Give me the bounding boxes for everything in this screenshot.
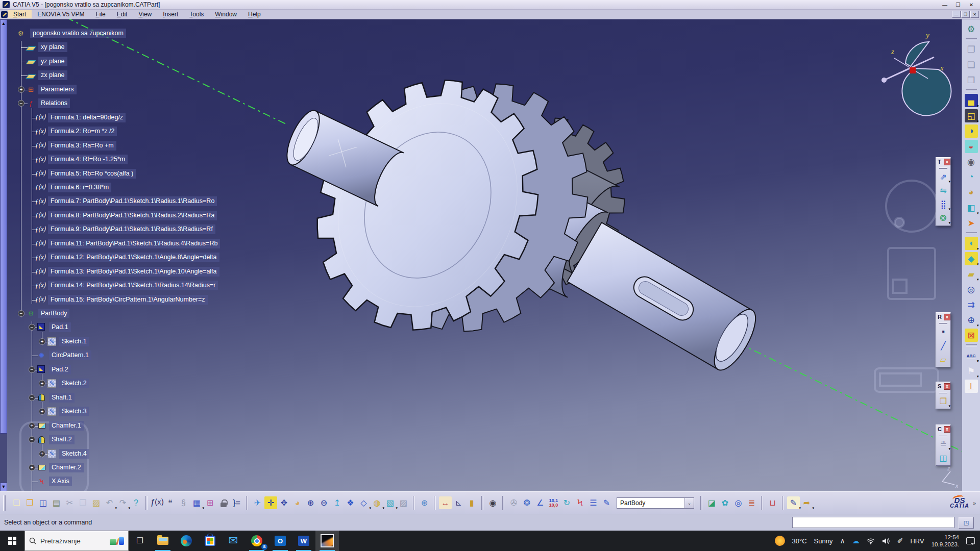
taskbar-app-outlook-app[interactable]: O	[268, 531, 292, 551]
tree-scroll-strip[interactable]: ▲ ▼	[0, 19, 7, 491]
pan-icon[interactable]: ✥	[278, 496, 290, 509]
wifi-icon[interactable]	[867, 538, 875, 544]
tree-scroll-thumb[interactable]: ▲	[0, 19, 7, 434]
sketcher-icon[interactable]: ✎▾	[787, 496, 800, 509]
constraint-dialog-icon[interactable]: ≞▾	[937, 438, 949, 450]
taskbar-app-word-app[interactable]: W	[292, 531, 315, 551]
collapse-node-icon[interactable]: −	[29, 394, 35, 401]
menu-item-window[interactable]: Window	[209, 10, 242, 18]
tree-item-label[interactable]: Shaft.1	[49, 393, 75, 403]
tree-item-label[interactable]: Shaft.2	[49, 435, 75, 444]
tree-item-label[interactable]: Pad.1	[49, 322, 71, 332]
document-link-icon[interactable]: ❒	[965, 73, 978, 87]
tree-item-label[interactable]: Formula.6: r=0.38*m	[48, 183, 111, 192]
start-button[interactable]	[0, 531, 24, 551]
collapse-node-icon[interactable]: −	[29, 366, 35, 373]
expand-node-icon[interactable]: +	[29, 422, 35, 429]
menu-item-enovia-v5-vpm[interactable]: ENOVIA V5 VPM	[32, 10, 90, 18]
shaft-icon[interactable]: ◑	[965, 124, 978, 138]
capture-icon[interactable]: ◉	[486, 496, 499, 509]
weather-condition[interactable]: Sunny	[814, 537, 833, 545]
knowledge-icon[interactable]: §	[177, 496, 190, 509]
axis-system-icon[interactable]: ∠	[534, 496, 547, 509]
lock-icon[interactable]	[217, 496, 230, 509]
expand-node-icon[interactable]: +	[18, 86, 24, 93]
close-icon[interactable]: x	[944, 159, 950, 165]
mirror-icon[interactable]: ⇋	[937, 184, 949, 196]
tree-item-label[interactable]: xy plane	[38, 42, 67, 52]
remove-face-icon[interactable]: ⊠	[965, 329, 978, 342]
close-button[interactable]: ✕	[965, 1, 977, 9]
hide-show-icon[interactable]: ▧▾	[384, 496, 397, 509]
tree-item-label[interactable]: CircPattern.1	[49, 350, 91, 360]
plane-icon[interactable]: ▱	[937, 353, 949, 365]
menu-item-edit[interactable]: Edit	[111, 10, 133, 18]
units-icon[interactable]: 10,110,0	[547, 496, 560, 509]
toolbar-grip[interactable]	[3, 495, 6, 511]
taskbar-app-edge-browser[interactable]	[175, 531, 198, 551]
paste-icon[interactable]: ▨	[90, 496, 103, 509]
comment-icon[interactable]: ❝	[164, 496, 177, 509]
expand-power-input-button[interactable]: ◳	[959, 517, 974, 529]
measure-item-icon[interactable]: ⊾	[452, 496, 465, 509]
tree-item-label[interactable]: Sketch.3	[59, 407, 89, 416]
scaling-icon[interactable]: ❂▾	[937, 212, 949, 224]
constraint-icon[interactable]: ◫	[937, 452, 949, 464]
pad-icon[interactable]: ▄▾	[965, 94, 978, 107]
taskbar-app-catia-app[interactable]	[315, 531, 339, 551]
point-icon[interactable]: ▪	[937, 325, 949, 338]
tree-item-label[interactable]: Formula.2: Ro=m *z /2	[48, 127, 117, 136]
rotate-icon[interactable]: ◕	[291, 496, 304, 509]
tree-item-label[interactable]: pogonsko vratilo sa zupcanikom	[30, 29, 126, 38]
power-input-field[interactable]	[792, 517, 954, 528]
new-document-icon[interactable]: ❏	[10, 496, 23, 509]
datum-icon[interactable]: ⊥	[965, 380, 978, 393]
render-style-icon[interactable]: ◍▾	[371, 496, 383, 509]
collapse-node-icon[interactable]: −	[29, 436, 35, 443]
active-body-combobox[interactable]: PartBody⌄	[617, 497, 694, 509]
draft-analysis-icon[interactable]: ◪	[705, 496, 718, 509]
tree-item-label[interactable]: Formula.4: Rf=Ro -1.25*m	[48, 155, 128, 164]
cut-icon[interactable]: ✂	[63, 496, 76, 509]
tree-item-label[interactable]: Formula.13: PartBody\Pad.1\Sketch.1\Angl…	[48, 267, 219, 277]
tree-item-label[interactable]: Sketch.2	[59, 379, 89, 388]
expand-node-icon[interactable]: +	[39, 338, 45, 345]
paste-format-icon[interactable]: ❐	[965, 43, 978, 56]
speaker-icon[interactable]	[882, 538, 890, 544]
tree-item-label[interactable]: Formula.7: PartBody\Pad.1\Sketch.1\Radiu…	[48, 196, 217, 206]
normal-view-icon[interactable]: ↥	[331, 496, 344, 509]
spec-tree-icon[interactable]: ☰	[587, 496, 600, 509]
close-icon[interactable]: x	[944, 383, 950, 390]
tree-item-label[interactable]: Formula.1: delta=90deg/z	[48, 113, 126, 122]
hole-icon[interactable]: ◉	[965, 155, 978, 168]
copy-icon[interactable]: ❐	[77, 496, 89, 509]
mdi-restore-button[interactable]: ❐	[961, 11, 970, 18]
task-view-button[interactable]: ❐	[129, 531, 151, 551]
measure-between-icon[interactable]: ↔	[439, 496, 452, 509]
zoom-in-icon[interactable]: ⊕	[304, 496, 317, 509]
weather-sun-icon[interactable]	[775, 536, 785, 546]
floating-toolbar-reference-elements[interactable]: Rx▪╱▱	[936, 312, 951, 367]
tray-chevron-icon[interactable]: ∧	[840, 537, 845, 545]
undo-icon[interactable]: ↶▾	[103, 496, 116, 509]
equivalent-dims-icon[interactable]: }=	[230, 496, 243, 509]
collapse-node-icon[interactable]: −	[29, 324, 35, 331]
open-folder-icon[interactable]: ❒	[23, 496, 36, 509]
clamp-icon[interactable]: ⊔	[766, 496, 779, 509]
print-icon[interactable]: ▤	[50, 496, 63, 509]
mdi-close-button[interactable]: ✕	[970, 11, 979, 18]
multi-view-icon[interactable]: ❖	[344, 496, 357, 509]
scroll-down-icon[interactable]: ▼	[0, 483, 7, 491]
tree-item-label[interactable]: PartBody	[38, 309, 69, 318]
tree-item-label[interactable]: Formula.15: PartBody\CircPattern.1\Angul…	[48, 295, 208, 305]
taskbar-app-microsoft-store[interactable]	[198, 531, 222, 551]
open-catalog-icon[interactable]: ✎	[600, 496, 613, 509]
translation-icon[interactable]: ⇗▾	[937, 170, 949, 183]
mdi-minimize-button[interactable]: —	[952, 11, 961, 18]
expand-node-icon[interactable]: +	[29, 464, 35, 471]
tap-thread-analysis-icon[interactable]: ◎	[732, 496, 745, 509]
scroll-up-icon[interactable]: ▲	[1, 20, 7, 27]
taskbar-app-file-explorer[interactable]	[151, 531, 175, 551]
select-cursor-icon[interactable]: ➤	[965, 216, 978, 230]
tree-item-label[interactable]: Formula.3: Ra=Ro +m	[48, 141, 116, 151]
